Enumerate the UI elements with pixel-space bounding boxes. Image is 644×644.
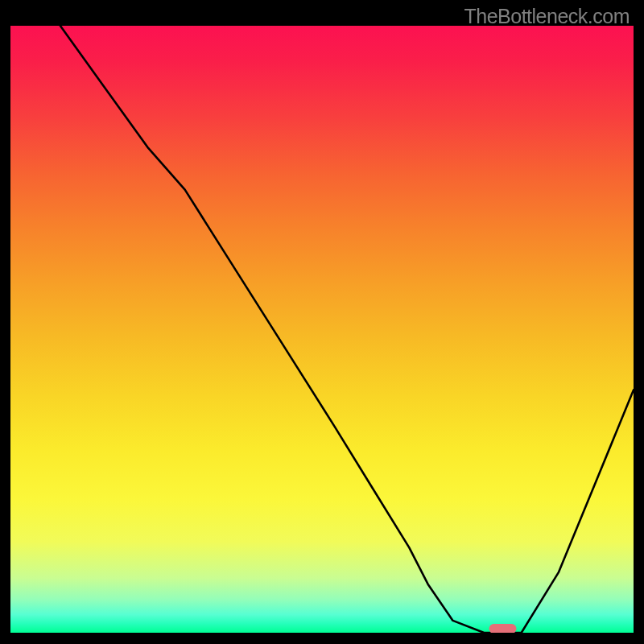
curve-svg (10, 26, 634, 633)
chart-frame: TheBottleneck.com (0, 0, 644, 644)
plot-area (10, 26, 634, 633)
watermark-text: TheBottleneck.com (464, 5, 630, 28)
optimum-marker (489, 624, 517, 633)
bottleneck-curve (60, 26, 634, 633)
